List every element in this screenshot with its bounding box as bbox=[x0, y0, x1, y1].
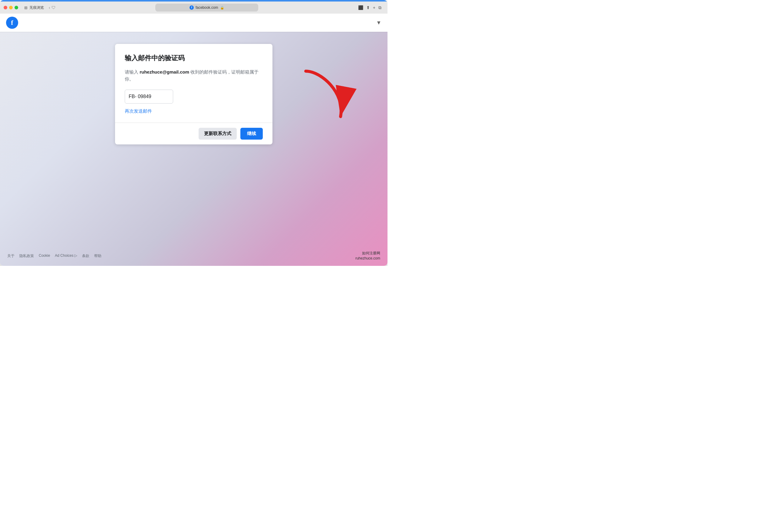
add-tab-icon[interactable]: + bbox=[373, 5, 375, 10]
watermark-line2: ruhezhuce.com bbox=[355, 256, 380, 261]
browser-window: ⊞ 无痕浏览 ‹ 🛡 f facebook.com 🔒 ⬛ ⬆ + ⧉ bbox=[0, 0, 388, 266]
shield-icon: 🛡 bbox=[51, 5, 56, 10]
cast-icon[interactable]: ⬛ bbox=[358, 5, 363, 10]
page-footer: 关于 隐私政策 Cookie Ad Choices ▷ 条款 帮助 如何注册网 … bbox=[0, 246, 388, 266]
footer-link-cookie[interactable]: Cookie bbox=[39, 253, 50, 258]
maximize-button[interactable] bbox=[15, 6, 18, 9]
red-arrow-indicator bbox=[297, 68, 357, 124]
email-address: ruhezhuce@gmail.com bbox=[140, 69, 189, 74]
browser-content: f ▼ 输入邮件中的验证码 请输入 ruhezhuce@gmail.com 收到… bbox=[0, 14, 388, 266]
tab-bar: ⊞ 无痕浏览 bbox=[24, 5, 44, 10]
description-before: 请输入 bbox=[125, 69, 140, 74]
tab-grid-icon: ⊞ bbox=[24, 5, 28, 10]
footer-link-privacy[interactable]: 隐私政策 bbox=[19, 253, 34, 258]
continue-button[interactable]: 继续 bbox=[240, 128, 263, 139]
update-contact-button[interactable]: 更新联系方式 bbox=[199, 128, 237, 139]
page-content: 输入邮件中的验证码 请输入 ruhezhuce@gmail.com 收到的邮件验… bbox=[0, 32, 388, 266]
nav-arrows: ‹ 🛡 bbox=[49, 5, 56, 10]
watermark: 如何注册网 ruhezhuce.com bbox=[355, 251, 380, 261]
minimize-button[interactable] bbox=[9, 6, 13, 9]
url-text: facebook.com bbox=[195, 5, 218, 10]
verification-modal: 输入邮件中的验证码 请输入 ruhezhuce@gmail.com 收到的邮件验… bbox=[115, 44, 272, 144]
footer-link-adchoices[interactable]: Ad Choices ▷ bbox=[55, 253, 77, 258]
footer-link-terms[interactable]: 条款 bbox=[82, 253, 89, 258]
facebook-logo: f bbox=[6, 17, 18, 29]
footer-link-about[interactable]: 关于 bbox=[7, 253, 15, 258]
modal-description: 请输入 ruhezhuce@gmail.com 收到的邮件验证码，证明邮箱属于你… bbox=[125, 69, 263, 82]
tab-label[interactable]: 无痕浏览 bbox=[29, 5, 44, 10]
watermark-line1: 如何注册网 bbox=[355, 251, 380, 256]
tabs-overview-icon[interactable]: ⧉ bbox=[378, 5, 381, 10]
site-favicon: f bbox=[189, 5, 194, 10]
lock-icon: 🔒 bbox=[220, 6, 224, 10]
modal-body: 输入邮件中的验证码 请输入 ruhezhuce@gmail.com 收到的邮件验… bbox=[115, 44, 272, 123]
modal-title: 输入邮件中的验证码 bbox=[125, 54, 263, 63]
modal-footer: 更新联系方式 继续 bbox=[115, 123, 272, 144]
address-bar[interactable]: f facebook.com 🔒 bbox=[155, 4, 258, 11]
resend-email-link[interactable]: 再次发送邮件 bbox=[125, 108, 152, 114]
share-icon[interactable]: ⬆ bbox=[366, 5, 370, 10]
back-arrow-icon[interactable]: ‹ bbox=[49, 5, 50, 10]
close-button[interactable] bbox=[4, 6, 7, 9]
title-bar: ⊞ 无痕浏览 ‹ 🛡 f facebook.com 🔒 ⬛ ⬆ + ⧉ bbox=[0, 2, 388, 14]
address-bar-container: f facebook.com 🔒 bbox=[58, 4, 356, 11]
fb-header: f ▼ bbox=[0, 14, 388, 32]
footer-link-help[interactable]: 帮助 bbox=[94, 253, 101, 258]
footer-links: 关于 隐私政策 Cookie Ad Choices ▷ 条款 帮助 bbox=[7, 253, 101, 258]
verification-code-input[interactable] bbox=[125, 90, 173, 103]
toolbar-right: ⬛ ⬆ + ⧉ bbox=[358, 5, 384, 10]
header-dropdown-icon[interactable]: ▼ bbox=[376, 20, 381, 26]
code-input-container bbox=[125, 90, 263, 103]
traffic-lights bbox=[4, 6, 18, 9]
